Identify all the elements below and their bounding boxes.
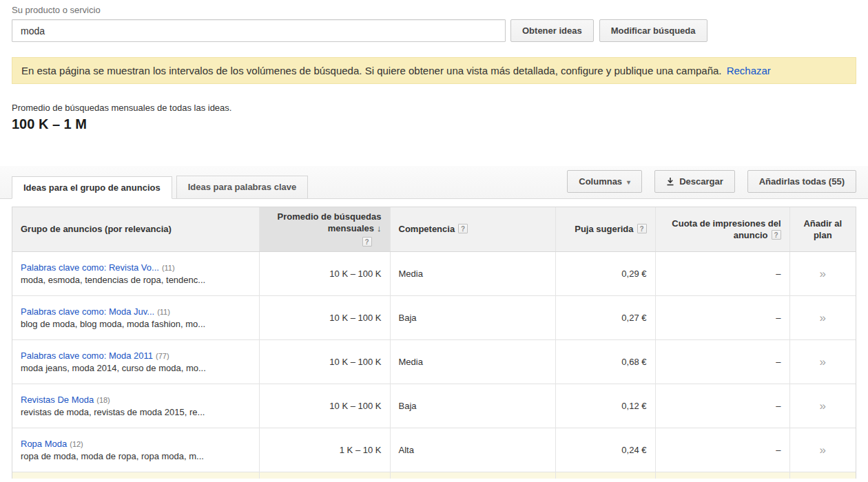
search-label: Su producto o servicio: [12, 0, 856, 15]
search-input[interactable]: [12, 19, 506, 42]
notice-message: En esta página se muestran los intervalo…: [21, 65, 721, 76]
impression-share-value: –: [655, 339, 789, 384]
avg-searches-value: 1 K – 10 K: [259, 428, 390, 472]
keyword-count: (12): [70, 440, 83, 448]
table-row: Palabras clave como: Revista Vo...(11) m…: [12, 251, 856, 295]
keyword-count: (11): [157, 308, 170, 316]
avg-searches-value: 10 K – 100 K: [259, 339, 390, 384]
ad-group-link[interactable]: Palabras clave como: Moda Juv...: [21, 306, 154, 317]
tab-keyword-ideas[interactable]: Ideas para palabras clave: [176, 176, 309, 198]
suggested-bid-value: 0,68 €: [555, 339, 655, 384]
avg-searches-value: 10 K – 100 K: [259, 295, 390, 339]
summary-caption: Promedio de búsquedas mensuales de todas…: [12, 103, 856, 113]
table-row: Palabras clave como: Moda 2011(77) moda …: [12, 339, 856, 384]
header-impression-share[interactable]: Cuota de impresiones del anuncio?: [655, 207, 789, 251]
add-to-plan-icon[interactable]: »: [820, 268, 826, 280]
competition-value: Baja: [390, 295, 555, 339]
header-avg-monthly-searches-label: Promedio de búsquedas mensuales: [278, 211, 382, 233]
search-row: Obtener ideas Modificar búsqueda: [12, 19, 856, 42]
keyword-count: (11): [162, 264, 175, 272]
avg-searches-value: 10 K – 100 K: [259, 251, 390, 295]
results-table: Grupo de anuncios (por relevancia) Prome…: [12, 207, 856, 479]
dismiss-link[interactable]: Rechazar: [727, 65, 771, 76]
table-row: Palabras clave como: Moda Juv...(11) blo…: [12, 295, 856, 339]
keyword-sample: moda, esmoda, tendencias de ropa, tenden…: [21, 275, 251, 285]
header-suggested-bid[interactable]: Puja sugerida?: [555, 207, 655, 251]
table-row: Ropa Moda(12) ropa de moda, moda de ropa…: [12, 428, 856, 472]
get-ideas-button[interactable]: Obtener ideas: [510, 19, 594, 42]
header-add-to-plan: Añadir al plan: [789, 207, 856, 251]
add-to-plan-icon[interactable]: »: [820, 444, 826, 456]
help-icon[interactable]: ?: [637, 224, 647, 233]
tab-strip: Ideas para el grupo de anuncios Ideas pa…: [0, 166, 868, 199]
chevron-down-icon: ▾: [627, 178, 630, 186]
keyword-sample: revistas de moda, revistas de moda 2015,…: [21, 407, 251, 417]
competition-value: Media: [390, 251, 555, 295]
suggested-bid-value: 0,27 €: [555, 295, 655, 339]
download-icon: [666, 177, 674, 186]
keyword-count: (18): [96, 396, 110, 404]
avg-searches-value: 10 K – 100 K: [259, 384, 390, 428]
modify-search-button[interactable]: Modificar búsqueda: [599, 19, 707, 42]
keyword-sample: moda jeans, moda 2014, curso de moda, mo…: [21, 363, 251, 373]
suggested-bid-value: 0,24 €: [555, 428, 655, 472]
header-avg-monthly-searches[interactable]: Promedio de búsquedas mensuales↓ ?: [259, 207, 390, 251]
download-button-label: Descargar: [679, 176, 723, 187]
columns-button[interactable]: Columnas▾: [567, 170, 642, 193]
header-competition-label: Competencia: [399, 224, 455, 234]
keyword-sample: blog de moda, blog moda, moda fashion, m…: [21, 319, 251, 329]
header-ad-group[interactable]: Grupo de anuncios (por relevancia): [12, 207, 259, 251]
impression-share-value: –: [655, 295, 789, 339]
keyword-sample: ropa de moda, moda de ropa, ropa moda, m…: [21, 451, 251, 461]
table-row: Revistas De Moda(18) revistas de moda, r…: [12, 384, 856, 428]
suggested-bid-value: 0,29 €: [555, 251, 655, 295]
tabs: Ideas para el grupo de anuncios Ideas pa…: [12, 176, 308, 198]
header-add-to-plan-label: Añadir al plan: [803, 218, 842, 240]
competition-value: Alta: [390, 428, 555, 472]
header-suggested-bid-label: Puja sugerida: [575, 224, 633, 234]
ad-group-link[interactable]: Ropa Moda: [21, 439, 67, 449]
header-ad-group-label: Grupo de anuncios (por relevancia): [21, 224, 172, 234]
competition-value: Media: [390, 339, 555, 384]
keyword-count: (77): [156, 352, 169, 360]
impression-share-value: –: [655, 251, 789, 295]
sort-descending-icon[interactable]: ↓: [377, 223, 382, 233]
search-section: Su producto o servicio Obtener ideas Mod…: [0, 0, 868, 132]
add-all-button[interactable]: Añadirlas todas (55): [747, 170, 856, 193]
columns-button-label: Columnas: [579, 176, 622, 187]
competition-value: Baja: [390, 384, 555, 428]
notice-banner: En esta página se muestran los intervalo…: [12, 57, 856, 84]
download-button[interactable]: Descargar: [654, 170, 735, 193]
add-to-plan-icon[interactable]: »: [820, 400, 826, 412]
header-competition[interactable]: Competencia?: [390, 207, 555, 251]
ad-group-link[interactable]: Palabras clave como: Revista Vo...: [21, 262, 159, 273]
add-to-plan-icon[interactable]: »: [820, 312, 826, 324]
header-impression-share-label: Cuota de impresiones del anuncio: [672, 218, 781, 240]
help-icon[interactable]: ?: [362, 237, 372, 247]
impression-share-value: –: [655, 428, 789, 472]
tab-ad-group-ideas[interactable]: Ideas para el grupo de anuncios: [12, 176, 172, 199]
suggested-bid-value: 0,12 €: [555, 384, 655, 428]
summary-value: 100 K – 1 M: [12, 116, 856, 132]
ad-group-link[interactable]: Revistas De Moda: [21, 395, 94, 405]
table-toolbar: Columnas▾ Descargar Añadirlas todas (55): [567, 170, 856, 193]
help-icon[interactable]: ?: [772, 230, 781, 240]
help-icon[interactable]: ?: [458, 224, 468, 233]
table-header-row: Grupo de anuncios (por relevancia) Prome…: [12, 207, 856, 251]
table-row-partial: [12, 472, 856, 479]
ad-group-link[interactable]: Palabras clave como: Moda 2011: [21, 350, 153, 361]
impression-share-value: –: [655, 384, 789, 428]
add-to-plan-icon[interactable]: »: [820, 356, 826, 368]
